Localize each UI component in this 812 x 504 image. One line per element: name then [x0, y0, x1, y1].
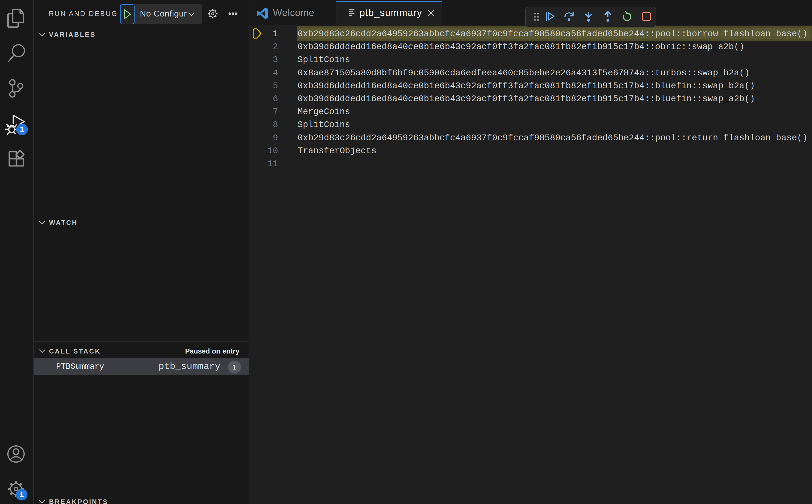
svg-text:1: 1 [20, 125, 24, 134]
